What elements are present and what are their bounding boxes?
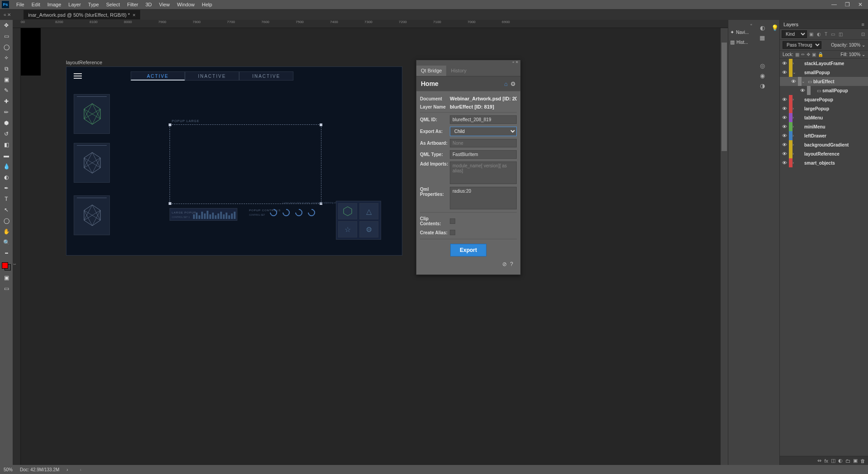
visibility-icon[interactable]: 👁 — [780, 106, 789, 111]
layer-stackLayoutFrame[interactable]: 👁›stackLayoutFrame — [780, 59, 868, 68]
settings-icon[interactable]: ⚙ — [510, 81, 516, 87]
viewport[interactable]: layoutReference ACTIVE INACTIVE INACTIVE — [21, 28, 728, 465]
new-group-icon[interactable]: 🗀 — [845, 458, 850, 464]
new-fill-icon[interactable]: ◐ — [838, 458, 843, 464]
stamp-tool-icon[interactable]: ⬢ — [2, 119, 11, 127]
menu-filter[interactable]: Filter — [123, 0, 142, 9]
layer-caret-icon[interactable]: ⌄ — [802, 79, 806, 84]
layer-caret-icon[interactable]: › — [793, 161, 797, 165]
type-tool-icon[interactable]: T — [2, 195, 11, 203]
layer-fx-icon[interactable]: fx — [824, 458, 828, 464]
visibility-icon[interactable]: 👁 — [780, 124, 789, 129]
vertical-scrollbar[interactable] — [721, 28, 728, 465]
layer-smallPopup[interactable]: 👁⌄smallPopup — [780, 68, 868, 77]
crop-tool-icon[interactable]: ⧉ — [2, 65, 11, 72]
visibility-icon[interactable]: 👁 — [780, 160, 789, 166]
visibility-icon[interactable]: 👁 — [780, 115, 789, 120]
history-panel-tab[interactable]: ▥Hist... — [728, 37, 754, 47]
eyedropper-tool-icon[interactable]: ✎ — [2, 87, 11, 94]
visibility-icon[interactable]: 👁 — [780, 70, 789, 75]
color-swatch[interactable] — [2, 262, 11, 270]
layer-miniMenu[interactable]: 👁›miniMenu — [780, 122, 868, 131]
close-tab-icon[interactable]: × — [132, 12, 135, 18]
warning-icon[interactable]: ⊘ — [502, 261, 507, 267]
lock-all-icon[interactable]: 🔒 — [818, 52, 823, 57]
dodge-tool-icon[interactable]: ◐ — [2, 174, 11, 181]
filter-adjust-icon[interactable]: ◐ — [816, 32, 822, 37]
target-icon[interactable]: ◉ — [754, 71, 770, 81]
tab-qtbridge[interactable]: Qt Bridge — [416, 66, 446, 76]
menu-view[interactable]: View — [156, 0, 174, 9]
qtbridge-panel[interactable]: « ✕ Qt Bridge History Home ⌂ ⚙ DocumentW… — [416, 60, 521, 275]
visibility-icon[interactable]: 👁 — [789, 79, 798, 84]
filter-image-icon[interactable]: ▣ — [808, 32, 815, 37]
link-layers-icon[interactable]: ⇔ — [817, 458, 821, 464]
blend-mode-select[interactable]: Pass Through — [783, 41, 821, 49]
panel-collapse-icon[interactable]: « ✕ — [416, 60, 520, 66]
export-button[interactable]: Export — [450, 244, 486, 256]
move-tool-icon[interactable]: ✥ — [2, 22, 11, 29]
layer-blurEffect[interactable]: 👁⌄▭blurEffect — [780, 77, 868, 86]
more-tools-icon[interactable]: ••• — [2, 250, 11, 257]
dock-collapse-icon[interactable]: « — [728, 23, 754, 27]
collapse-doc-icon[interactable]: « ✕ — [4, 12, 11, 17]
layer-list[interactable]: 👁›stackLayoutFrame👁⌄smallPopup👁⌄▭blurEff… — [780, 59, 868, 456]
filter-shape-icon[interactable]: ▭ — [830, 32, 836, 37]
select-export-as[interactable]: Child — [450, 127, 517, 136]
cc-icon[interactable]: ◎ — [754, 61, 770, 71]
layer-squarePopup[interactable]: 👁›squarePopup — [780, 95, 868, 104]
layer-caret-icon[interactable]: › — [793, 152, 797, 156]
adjustments-icon[interactable]: ◐ — [754, 23, 770, 33]
eraser-tool-icon[interactable]: ◧ — [2, 141, 11, 148]
brush-tool-icon[interactable]: ✏ — [2, 109, 11, 116]
lasso-tool-icon[interactable]: ◯ — [2, 43, 11, 51]
layer-caret-icon[interactable]: › — [793, 97, 797, 102]
tab-history[interactable]: History — [446, 66, 471, 76]
layer-backgroundGradient[interactable]: 👁›backgroundGradient — [780, 140, 868, 149]
layer-caret-icon[interactable]: › — [793, 61, 797, 66]
pen-tool-icon[interactable]: ✒ — [2, 185, 11, 192]
visibility-icon[interactable]: 👁 — [798, 88, 807, 93]
opacity-value[interactable]: 100% — [849, 43, 861, 47]
home-icon[interactable]: ⌂ — [504, 81, 508, 87]
heal-tool-icon[interactable]: ✚ — [2, 98, 11, 105]
layer-smart_objects[interactable]: 👁›smart_objects — [780, 158, 868, 167]
artboard-label[interactable]: layoutReference — [66, 60, 102, 65]
menu-type[interactable]: Type — [85, 0, 103, 9]
layer-caret-icon[interactable]: › — [793, 142, 797, 147]
lock-brush-icon[interactable]: ✏ — [801, 52, 805, 57]
layer-largePopup[interactable]: 👁›largePopup — [780, 104, 868, 113]
foreground-color[interactable] — [2, 262, 8, 269]
help-icon[interactable]: ? — [510, 261, 513, 267]
menu-layer[interactable]: Layer — [65, 0, 85, 9]
visibility-icon[interactable]: 👁 — [780, 151, 789, 156]
zoom-value[interactable]: 50% — [4, 467, 13, 472]
menu-window[interactable]: Window — [173, 0, 198, 9]
visibility-icon[interactable]: 👁 — [780, 61, 789, 66]
bulb-icon[interactable]: 💡 — [770, 23, 779, 33]
layer-caret-icon[interactable]: › — [793, 106, 797, 111]
contrast-icon[interactable]: ◑ — [754, 81, 770, 90]
input-qml-type[interactable] — [450, 150, 517, 159]
maximize-icon[interactable]: ❐ — [845, 1, 850, 8]
layer-layoutReference[interactable]: 👁›layoutReference — [780, 149, 868, 158]
layers-menu-icon[interactable]: ≡ — [862, 22, 864, 27]
screenmode-icon[interactable]: ▭ — [2, 285, 11, 292]
close-icon[interactable]: ✕ — [858, 1, 863, 8]
layer-caret-icon[interactable]: › — [793, 115, 797, 120]
shape-tool-icon[interactable]: ◯ — [2, 217, 11, 224]
menu-select[interactable]: Select — [103, 0, 124, 9]
lock-position-icon[interactable]: ✥ — [807, 52, 810, 57]
hscroll-left-icon[interactable]: ‹ — [80, 467, 81, 472]
minimize-icon[interactable]: — — [831, 1, 837, 8]
frame-tool-icon[interactable]: ▣ — [2, 76, 11, 83]
layer-caret-icon[interactable]: › — [793, 133, 797, 138]
quickmask-icon[interactable]: ▣ — [2, 274, 11, 281]
layer-caret-icon[interactable]: › — [793, 124, 797, 129]
checkbox-clip-contents[interactable] — [450, 218, 455, 224]
menu-edit[interactable]: Edit — [28, 0, 44, 9]
filter-toggle-icon[interactable]: ⊡ — [860, 32, 866, 37]
selection-handle-ne[interactable] — [320, 123, 322, 126]
navigator-panel-tab[interactable]: ✦Navi... — [728, 27, 754, 37]
layer-smallPopup[interactable]: 👁▭smallPopup — [780, 86, 868, 95]
